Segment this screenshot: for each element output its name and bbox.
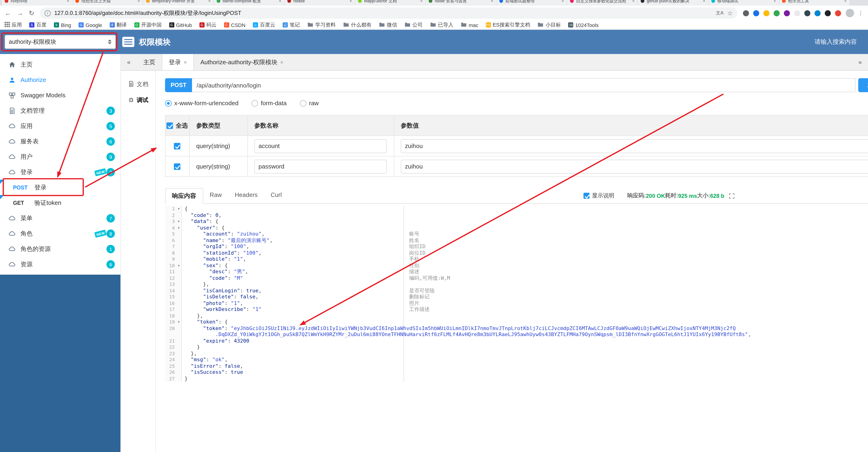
bookmark-item[interactable]: bBing [54,22,71,28]
extension-icon[interactable] [804,10,810,16]
extension-icon[interactable] [814,10,820,16]
extension-icon[interactable] [764,10,769,16]
fold-marker-icon[interactable]: ▾ [176,206,182,212]
param-name-input[interactable] [254,139,387,153]
extension-icon[interactable] [835,10,841,16]
response-tab-Curl[interactable]: Curl [264,188,288,204]
profile-avatar[interactable] [846,9,854,17]
sidebar-item-Authorize[interactable]: Authorize [0,72,120,87]
bookmark-item[interactable]: ESES搜索引擎文档 [486,21,530,28]
mini-tab-文档[interactable]: 文档 [121,76,155,92]
response-tab-Raw[interactable]: Raw [203,188,228,204]
radio-icon[interactable] [251,100,258,106]
tab-close-icon[interactable]: × [349,0,352,3]
bookmark-item[interactable]: mac [461,22,478,28]
browser-tab[interactable]: 自定义报表参数化提交流程× [567,0,638,6]
show-desc-checkbox[interactable] [584,193,590,199]
extension-icon[interactable] [774,10,780,16]
tab-close-icon[interactable]: × [420,0,423,3]
doc-tab-主页[interactable]: 主页 [137,54,162,70]
sidebar-item-角色[interactable]: 角色NEW8 [0,226,120,241]
tab-close-icon[interactable]: × [491,0,493,3]
param-name-input[interactable] [254,160,387,173]
send-button[interactable]: 发送 [858,78,868,92]
sidebar-item-应用[interactable]: 应用5 [0,118,120,134]
sidebar-item-主页[interactable]: 主页 [0,57,120,72]
bookmark-item[interactable]: 应用 [5,21,22,28]
fold-marker-icon[interactable]: ▾ [176,319,182,325]
param-value-input[interactable] [401,160,868,173]
tab-close-icon[interactable]: × [137,0,140,3]
content-type-radio[interactable]: form-data [251,100,287,107]
bookmark-item[interactable]: GGitHub [169,22,192,28]
row-checkbox[interactable] [174,164,180,170]
mini-tab-调试[interactable]: 调试 [121,92,155,108]
fullscreen-icon[interactable] [729,193,735,199]
extension-icon[interactable] [753,10,759,16]
browser-tab[interactable]: 前端面试题整理× [497,0,567,6]
bookmark-item[interactable]: 译翻译 [110,21,127,28]
tab-close-icon[interactable]: × [208,0,211,3]
bookmark-item[interactable]: 学习资料 [307,21,336,28]
bookmark-item[interactable]: 百百度 [29,21,46,28]
sidebar-item-登录[interactable]: 登录NEW2 [0,164,120,180]
tab-close-icon[interactable]: × [184,59,187,65]
browser-tab[interactable]: hbase× [284,0,355,6]
fold-marker-icon[interactable]: ▾ [176,262,182,269]
tab-close-icon[interactable]: × [67,0,69,3]
doc-tab-登录[interactable]: 登录× [162,54,194,70]
fold-marker-icon[interactable]: ▾ [176,225,182,231]
sidebar-item-角色的资源[interactable]: 角色的资源1 [0,241,120,256]
extension-icon[interactable] [794,10,800,16]
sidebar-item-Swagger Models[interactable]: Swagger Models [0,87,120,103]
extension-icon[interactable] [825,10,831,16]
response-tab-Headers[interactable]: Headers [228,188,264,204]
sidebar-item-用户[interactable]: 用户9 [0,149,120,164]
extension-icon[interactable] [784,10,790,16]
sidebar-item-资源[interactable]: 资源6 [0,256,120,272]
bookmark-item[interactable]: GGoogle [79,22,102,28]
fold-marker-icon[interactable]: ▾ [176,218,182,225]
radio-icon[interactable] [300,100,306,106]
sidebar-item-服务表[interactable]: 服务表6 [0,134,120,149]
header-search-input[interactable]: 请输入搜索内容 [814,38,857,46]
browser-tab[interactable]: temporary-Interior 开发× [143,0,213,6]
tab-close-icon[interactable]: × [773,0,776,3]
content-type-radio[interactable]: x-www-form-urlencoded [165,100,239,107]
bookmark-item[interactable]: O开源中国 [134,21,161,28]
sidebar-api-item-验证token[interactable]: GET验证token [0,195,120,210]
tab-close-icon[interactable]: × [632,0,634,3]
bookmark-item[interactable]: 什么都有 [343,21,371,28]
browser-tab[interactable]: 哔哩哔哩× [2,0,72,6]
row-checkbox[interactable] [174,143,180,150]
bookmark-star-icon[interactable]: ☆ [727,9,733,17]
bookmark-item[interactable]: 记笔记 [283,21,300,28]
bookmark-item[interactable]: CCSDN [224,22,246,28]
tab-close-icon[interactable]: × [280,59,283,65]
browser-tab[interactable]: 移动端调试× [709,0,779,6]
address-bar[interactable]: i 127.0.0.1:8760/api/gate/doc.html#/auth… [40,7,737,19]
request-url-input[interactable]: /api/authority/anno/login [192,78,856,92]
translate-icon[interactable]: 文A [716,10,723,16]
bookmark-item[interactable]: 公司 [404,21,423,28]
content-type-radio[interactable]: raw [300,100,319,107]
sidebar-item-文档管理[interactable]: 文档管理3 [0,103,120,118]
tab-close-icon[interactable]: × [703,0,705,3]
response-tab-响应内容[interactable]: 响应内容 [165,188,203,204]
browser-menu-icon[interactable]: ⋮ [858,10,863,16]
bookmark-item[interactable]: G码云 [199,21,217,28]
forward-button[interactable]: → [17,9,23,17]
doc-tab-Authorize-authority-权限模块[interactable]: Authorize-authority-权限模块× [194,54,290,70]
back-button[interactable]: ← [5,9,11,17]
bookmark-item[interactable]: 微信 [379,21,397,28]
page-info-icon[interactable]: i [44,10,51,16]
browser-tab[interactable]: 程序员工具× [779,0,849,6]
radio-icon[interactable] [165,100,172,106]
browser-tab[interactable]: Node 安装与设置× [426,0,496,6]
browser-tab[interactable]: github push失败的解决× [638,0,708,6]
tab-close-icon[interactable]: × [561,0,564,3]
sidebar-item-菜单[interactable]: 菜单7 [0,210,120,226]
expand-tabs-icon[interactable]: » [852,54,868,70]
param-value-input[interactable] [401,139,868,153]
reload-button[interactable]: ↻ [29,9,34,17]
